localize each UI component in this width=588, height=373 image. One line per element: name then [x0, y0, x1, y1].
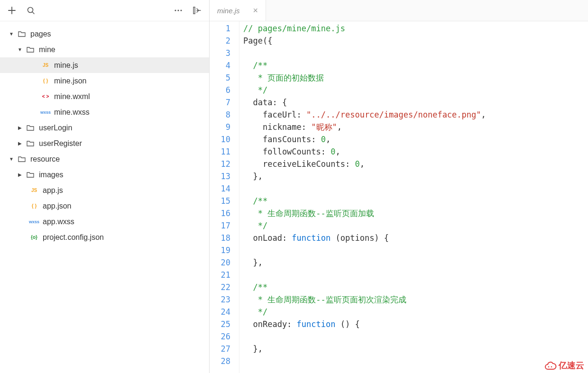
line-number-gutter: 1234567891011121314151617181920212223242… [210, 21, 239, 373]
collapse-panel-button[interactable] [190, 3, 204, 18]
folder-mine[interactable]: ▼mine [0, 42, 209, 57]
folder-icon [25, 171, 36, 179]
file-app-js[interactable]: JSapp.js [0, 182, 209, 198]
tree-item-label: project.config.json [43, 233, 104, 242]
folder-icon [25, 45, 36, 54]
file-app-json[interactable]: { }app.json [0, 198, 209, 214]
folder-icon [25, 124, 36, 132]
code-line[interactable]: followCounts: 0, [243, 146, 588, 158]
code-line[interactable]: fansCounts: 0, [243, 133, 588, 146]
folder-userRegister[interactable]: ▶userRegister [0, 136, 209, 151]
chevron-down-icon[interactable]: ▼ [9, 156, 14, 162]
code-line[interactable]: /** [243, 195, 588, 207]
code-line[interactable]: }, [243, 170, 588, 182]
json-file-icon: { } [40, 78, 51, 83]
code-line[interactable]: */ [243, 219, 588, 232]
more-button[interactable] [171, 3, 185, 18]
code-line[interactable]: onLoad: function (options) { [243, 232, 588, 244]
config-file-icon: {o} [28, 235, 40, 240]
code-line[interactable]: /** [243, 281, 588, 293]
tab-mine-js[interactable]: mine.js × [210, 0, 266, 21]
tree-item-label: mine.js [54, 61, 78, 70]
editor-area: mine.js × 123456789101112131415161718192… [210, 0, 588, 373]
code-line[interactable]: * 生命周期函数--监听页面加载 [243, 207, 588, 219]
code-line[interactable]: Page({ [243, 35, 588, 47]
file-mine-wxss[interactable]: wxssmine.wxss [0, 104, 209, 120]
folder-icon [25, 139, 36, 148]
tree-item-label: images [39, 171, 64, 179]
watermark-text: 亿速云 [559, 360, 584, 371]
code-line[interactable]: receiveLikeCounts: 0, [243, 158, 588, 170]
code-line[interactable] [243, 355, 588, 367]
tree-item-label: pages [30, 30, 51, 38]
code-line[interactable]: faceUrl: "../../resource/images/noneface… [243, 109, 588, 121]
code-line[interactable]: data: { [243, 96, 588, 109]
tree-item-label: userLogin [39, 124, 72, 132]
svg-point-6 [551, 366, 552, 368]
folder-icon [16, 30, 28, 38]
code-line[interactable]: }, [243, 343, 588, 355]
folder-images[interactable]: ▶images [0, 167, 209, 182]
wxml-file-icon: < > [40, 94, 51, 99]
code-line[interactable]: */ [243, 84, 588, 96]
tab-bar: mine.js × [210, 0, 588, 21]
sidebar: ▼pages▼mineJSmine.js{ }mine.json< >mine.… [0, 0, 210, 373]
code-editor[interactable]: 1234567891011121314151617181920212223242… [210, 21, 588, 373]
code-line[interactable]: */ [243, 306, 588, 318]
tree-item-label: userRegister [39, 139, 82, 148]
file-app-wxss[interactable]: wxssapp.wxss [0, 214, 209, 229]
watermark-logo: 亿速云 [543, 360, 584, 371]
folder-resource[interactable]: ▼resource [0, 151, 209, 167]
code-line[interactable]: /** [243, 59, 588, 72]
js-file-icon: JS [28, 188, 40, 193]
svg-point-2 [177, 9, 179, 11]
close-icon[interactable]: × [253, 6, 258, 16]
file-tree[interactable]: ▼pages▼mineJSmine.js{ }mine.json< >mine.… [0, 21, 209, 373]
tree-item-label: mine.wxml [54, 92, 90, 101]
tree-item-label: mine.json [54, 77, 86, 85]
sidebar-toolbar [0, 0, 209, 21]
js-file-icon: JS [40, 63, 51, 68]
code-line[interactable] [243, 330, 588, 343]
folder-userLogin[interactable]: ▶userLogin [0, 120, 209, 136]
new-file-button[interactable] [5, 3, 19, 18]
file-project-config-json[interactable]: {o}project.config.json [0, 229, 209, 245]
code-line[interactable]: nickname: "昵称", [243, 121, 588, 133]
code-line[interactable]: * 生命周期函数--监听页面初次渲染完成 [243, 293, 588, 306]
wxss-file-icon: wxss [40, 110, 51, 115]
code-line[interactable] [243, 182, 588, 195]
tree-item-label: app.wxss [43, 218, 74, 226]
tree-item-label: mine [39, 45, 55, 54]
svg-point-1 [175, 9, 176, 11]
chevron-down-icon[interactable]: ▼ [17, 47, 23, 52]
file-mine-wxml[interactable]: < >mine.wxml [0, 89, 209, 104]
code-line[interactable] [243, 244, 588, 256]
tab-label: mine.js [217, 7, 240, 15]
code-line[interactable]: * 页面的初始数据 [243, 72, 588, 84]
code-line[interactable] [243, 269, 588, 281]
chevron-right-icon[interactable]: ▶ [17, 172, 23, 177]
svg-point-5 [548, 366, 550, 368]
wxss-file-icon: wxss [28, 219, 40, 224]
code-line[interactable]: onReady: function () { [243, 318, 588, 330]
chevron-right-icon[interactable]: ▶ [17, 125, 23, 130]
folder-pages[interactable]: ▼pages [0, 26, 209, 42]
chevron-down-icon[interactable]: ▼ [9, 31, 14, 36]
file-mine-json[interactable]: { }mine.json [0, 73, 209, 89]
code-line[interactable]: }, [243, 256, 588, 269]
tree-item-label: mine.wxss [54, 108, 90, 117]
folder-icon [16, 155, 28, 164]
code-content[interactable]: // pages/mine/mine.jsPage({ /** * 页面的初始数… [239, 21, 588, 373]
tree-item-label: resource [30, 155, 60, 164]
chevron-right-icon[interactable]: ▶ [17, 141, 23, 146]
json-file-icon: { } [28, 203, 40, 209]
svg-point-3 [180, 9, 182, 11]
tree-item-label: app.json [43, 202, 72, 210]
code-line[interactable]: // pages/mine/mine.js [243, 22, 588, 35]
tree-item-label: app.js [43, 186, 63, 195]
file-mine-js[interactable]: JSmine.js [0, 57, 209, 73]
svg-rect-4 [193, 7, 195, 14]
code-line[interactable] [243, 47, 588, 59]
search-button[interactable] [24, 3, 38, 18]
